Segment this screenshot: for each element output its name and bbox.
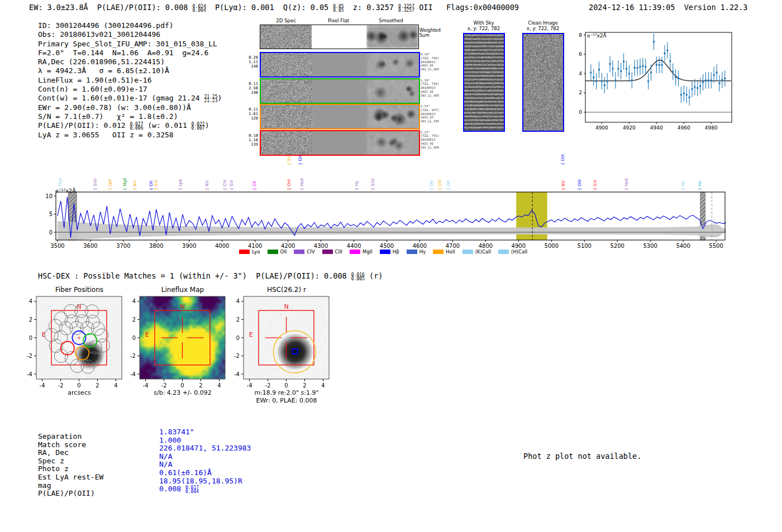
- lineflux-map-title: Lineflux Map: [140, 286, 226, 294]
- fiber-cutout-row-3: [260, 104, 420, 130]
- svg-text:4200: 4200: [281, 243, 295, 249]
- fiber-cutout-row-2: [260, 78, 420, 104]
- legend-label: (H)CaII: [511, 249, 527, 255]
- legend-item-Hγ: Hγ: [407, 249, 426, 255]
- match-row-label-2: Match score: [38, 440, 86, 449]
- svg-text:0: 0: [284, 382, 288, 389]
- svg-text:-4: -4: [130, 371, 136, 377]
- pixel-flat-image: [314, 131, 365, 155]
- info-line-6: λ = 4942.3Å σ = 6.85(±2.10)Å: [38, 66, 222, 75]
- raw-2dspec-image: [261, 131, 312, 155]
- svg-text:3900: 3900: [182, 243, 196, 249]
- match-row-label-3: RA, Dec: [38, 448, 69, 457]
- svg-text:5100: 5100: [578, 243, 592, 249]
- legend-label: HeII: [446, 249, 455, 255]
- legend-label: Lyα: [252, 249, 260, 255]
- lineflux-xlabel: s/b: 4.23 +/- 0.092: [140, 389, 226, 396]
- line-fit-zoom-plot: 0246849004920494049604980: [578, 29, 746, 135]
- hsc-xlabel2: EWr: 0, PLAE: 0.008: [244, 397, 330, 404]
- clean-image-cutout: [522, 33, 564, 132]
- timestamp-version: 2024-12-16 11:39:05 Version 1.22.3: [589, 3, 747, 12]
- full-spectrum-plot: 3500360037003800390040004100420043004400…: [47, 189, 735, 257]
- info-line-5: RA,Dec (226.018906,51.224415): [38, 57, 222, 66]
- match-row-value-7: 18.95(18.95,18.95)R: [159, 477, 242, 485]
- match-row-label-1: Separation: [38, 432, 82, 440]
- smoothed-image: [367, 53, 419, 76]
- pixel-flat-image: [313, 25, 365, 49]
- svg-text:3500: 3500: [50, 243, 64, 249]
- stacked-uncertainty: 21.2521.23: [204, 95, 217, 103]
- svg-text:4980: 4980: [705, 125, 718, 131]
- raw-2dspec-image: [261, 79, 312, 103]
- legend-swatch: [498, 250, 509, 254]
- legend-swatch: [407, 250, 417, 254]
- match-row-value-5: N/A: [159, 460, 172, 468]
- legend-swatch: [462, 250, 473, 254]
- legend-label: Hγ: [419, 249, 426, 255]
- svg-text:N: N: [284, 303, 288, 310]
- pixel-flat-image: [314, 53, 365, 76]
- svg-text:4100: 4100: [248, 243, 262, 249]
- svg-text:2: 2: [236, 317, 240, 323]
- info-line-10: EWr = 2.90(±0.78) (w: 3.00(±0.80))Å: [38, 103, 222, 112]
- legend-swatch: [322, 250, 333, 254]
- svg-text:2: 2: [199, 382, 202, 389]
- smoothed-image: [367, 79, 419, 103]
- legend-swatch: [350, 250, 360, 254]
- svg-text:2: 2: [96, 382, 99, 389]
- svg-text:4940: 4940: [650, 125, 663, 131]
- col-header-2dspec: 2D Spec: [260, 18, 312, 23]
- stacked-uncertainty: 0.0160.005: [351, 273, 365, 281]
- hsc-xlabel: m:18.9 re:2.0" s:1.9": [244, 389, 330, 396]
- svg-text:0: 0: [132, 335, 136, 341]
- match-row-label-4: Spec z: [38, 457, 64, 465]
- legend-swatch: [433, 250, 444, 254]
- summary-header: EW: 3.0±23.8Å P(LAE)/P(OII): 0.008 0.024…: [29, 3, 519, 13]
- svg-text:E: E: [145, 331, 149, 338]
- row-annotation: 1.38"(722, 782)20180613v021_02301_LL_085: [421, 79, 447, 98]
- svg-text:-4: -4: [247, 382, 252, 389]
- svg-text:5300: 5300: [643, 243, 657, 249]
- svg-text:4400: 4400: [347, 243, 361, 249]
- stacked-uncertainty: 0.050.05: [333, 4, 344, 13]
- svg-text:4: 4: [29, 298, 32, 304]
- svg-text:-4: -4: [27, 371, 32, 377]
- legend-swatch: [380, 250, 390, 254]
- svg-text:-2: -2: [27, 353, 32, 359]
- smoothed-image: [366, 25, 418, 49]
- legend-item-(H)CaII: (H)CaII: [498, 249, 527, 255]
- legend-item-(K)CaII: (K)CaII: [462, 249, 491, 255]
- svg-text:4: 4: [321, 382, 325, 389]
- info-line-8: Cont(n) = 1.60(±0.09)e-17: [38, 85, 222, 94]
- legend-label: CIV: [307, 249, 314, 255]
- fiber-xlabel: arcsecs: [36, 389, 122, 396]
- match-row-label-6: Est LyA rest-EW: [38, 473, 103, 481]
- svg-text:-4: -4: [234, 371, 240, 377]
- stacked-uncertainty: 0.0220.007: [192, 122, 205, 131]
- legend-item-Lyα: Lyα: [239, 249, 260, 255]
- legend-swatch: [294, 250, 304, 254]
- svg-text:0: 0: [236, 335, 240, 341]
- svg-text:4: 4: [236, 298, 240, 304]
- svg-text:5000: 5000: [545, 243, 559, 249]
- svg-text:-2: -2: [161, 382, 167, 389]
- svg-text:4500: 4500: [380, 243, 394, 249]
- legend-label: OII: [280, 249, 287, 255]
- match-row-value-6: 0.61(±0.16)Å: [159, 468, 212, 477]
- svg-text:6: 6: [579, 51, 582, 57]
- svg-text:4700: 4700: [446, 243, 460, 249]
- svg-text:-2: -2: [130, 353, 136, 359]
- svg-text:4300: 4300: [314, 243, 328, 249]
- svg-text:3700: 3700: [116, 243, 130, 249]
- legend-item-CIV: CIV: [294, 249, 314, 255]
- row-stats-label: 0.101.16139: [246, 133, 258, 147]
- fiber-cutout-row-4: [260, 130, 420, 156]
- svg-text:+: +: [77, 335, 82, 341]
- svg-text:4: 4: [132, 298, 136, 304]
- svg-text:4920: 4920: [623, 125, 636, 131]
- pixel-flat-image: [314, 105, 365, 128]
- hsc-r-overlay: -4-4-2-2002244NE: [222, 294, 337, 403]
- legend-item-HeII: HeII: [433, 249, 455, 255]
- row-stats-label: 0.281.11140: [246, 55, 258, 69]
- legend-label: CIII: [335, 249, 342, 255]
